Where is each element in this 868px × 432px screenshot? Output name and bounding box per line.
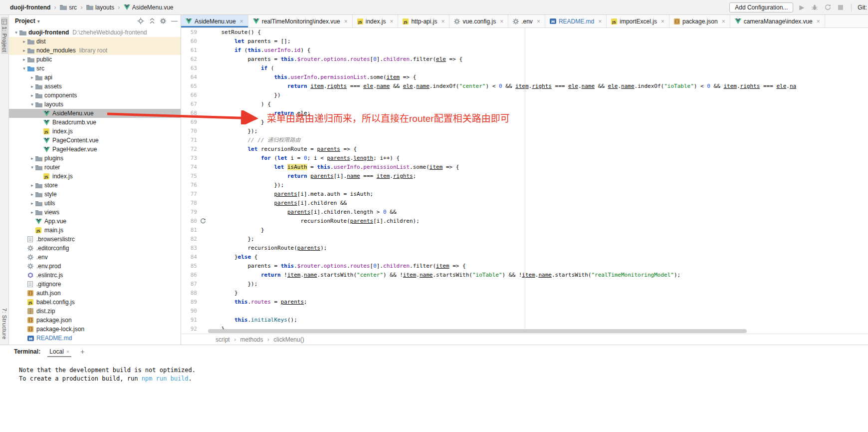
- tree-item[interactable]: .gitignore: [9, 280, 181, 289]
- stop-icon[interactable]: [836, 3, 845, 12]
- line-number[interactable]: 78: [181, 199, 200, 208]
- line-number[interactable]: 88: [181, 289, 200, 298]
- line-number[interactable]: 68: [181, 109, 200, 118]
- tree-item[interactable]: ▸plugins: [9, 154, 181, 163]
- chevron-right-icon[interactable]: ▸: [29, 75, 35, 80]
- tree-item[interactable]: ▸utils: [9, 199, 181, 208]
- tree-item[interactable]: .browserslistrc: [9, 235, 181, 244]
- editor-tab[interactable]: vue.config.js×: [449, 15, 508, 27]
- scrollbar-thumb[interactable]: [208, 329, 747, 333]
- locate-file-icon[interactable]: [137, 17, 144, 24]
- editor-tab[interactable]: MREADME.md×: [545, 15, 607, 27]
- hide-panel-icon[interactable]: —: [171, 18, 178, 23]
- close-icon[interactable]: ×: [722, 18, 725, 25]
- tree-item[interactable]: {}package.json: [9, 316, 181, 325]
- add-configuration-button[interactable]: Add Configuration...: [729, 2, 793, 12]
- chevron-right-icon[interactable]: ▸: [29, 183, 35, 188]
- chevron-down-icon[interactable]: ▾: [21, 66, 27, 71]
- chevron-right-icon[interactable]: ▸: [29, 93, 35, 98]
- editor-tab[interactable]: JShttp-api.js×: [398, 15, 449, 27]
- breadcrumb-item[interactable]: clickMenu(): [273, 336, 304, 343]
- tree-item[interactable]: .eslintrc.js: [9, 271, 181, 280]
- tree-item[interactable]: ▸dist: [9, 37, 181, 46]
- chevron-down-icon[interactable]: ▾: [29, 165, 35, 170]
- breadcrumb-item[interactable]: script: [216, 336, 230, 343]
- tree-item[interactable]: ▸node_moduleslibrary root: [9, 46, 181, 55]
- tree-item[interactable]: ▾router: [9, 163, 181, 172]
- chevron-right-icon[interactable]: ▸: [21, 57, 27, 62]
- close-icon[interactable]: ×: [598, 18, 602, 25]
- tree-item[interactable]: .editorconfig: [9, 244, 181, 253]
- chevron-down-icon[interactable]: ▾: [29, 102, 35, 107]
- breadcrumb-item[interactable]: methods: [240, 336, 263, 343]
- chevron-right-icon[interactable]: ▸: [29, 210, 35, 215]
- editor-tab[interactable]: .env×: [508, 15, 545, 27]
- chevron-right-icon[interactable]: ▸: [29, 84, 35, 89]
- tree-item[interactable]: .env.prod: [9, 262, 181, 271]
- tree-item[interactable]: ▸public: [9, 55, 181, 64]
- terminal-output[interactable]: Note that the development build is not o…: [0, 358, 868, 432]
- tree-item[interactable]: ▾layouts: [9, 100, 181, 109]
- line-number[interactable]: 92: [181, 325, 200, 334]
- chevron-right-icon[interactable]: ▸: [29, 156, 35, 161]
- recursion-icon[interactable]: [200, 217, 208, 226]
- close-icon[interactable]: ×: [661, 18, 664, 25]
- line-number[interactable]: 64: [181, 73, 200, 82]
- line-number[interactable]: 70: [181, 127, 200, 136]
- horizontal-scrollbar[interactable]: [208, 329, 868, 334]
- tree-item[interactable]: App.vue: [9, 217, 181, 226]
- line-number[interactable]: 60: [181, 37, 200, 46]
- tree-item[interactable]: dist.zip: [9, 307, 181, 316]
- tree-item[interactable]: JSindex.js: [9, 127, 181, 136]
- editor-tab[interactable]: AsideMenu.vue×: [181, 15, 248, 27]
- tree-item[interactable]: ▸assets: [9, 82, 181, 91]
- editor-tab[interactable]: JSindex.js×: [353, 15, 399, 27]
- chevron-right-icon[interactable]: ▸: [21, 39, 27, 44]
- line-number[interactable]: 73: [181, 154, 200, 163]
- tree-item[interactable]: ▸api: [9, 73, 181, 82]
- project-tool-button[interactable]: 1: Project: [1, 17, 8, 54]
- line-number[interactable]: 63: [181, 64, 200, 73]
- tree-item[interactable]: {}package-lock.json: [9, 325, 181, 334]
- editor-tab[interactable]: realTimeMonitoring\index.vue×: [248, 15, 353, 27]
- line-number[interactable]: 85: [181, 262, 200, 271]
- close-icon[interactable]: ×: [344, 18, 348, 25]
- chevron-right-icon[interactable]: ▸: [29, 192, 35, 197]
- tree-item[interactable]: Breadcrumb.vue: [9, 118, 181, 127]
- line-number[interactable]: 69: [181, 118, 200, 127]
- line-number[interactable]: 89: [181, 298, 200, 307]
- debug-icon[interactable]: [810, 3, 819, 12]
- close-icon[interactable]: ×: [500, 18, 503, 25]
- close-icon[interactable]: ×: [441, 18, 444, 25]
- structure-tool-button[interactable]: 7: Structure: [1, 306, 8, 342]
- close-icon[interactable]: ×: [817, 18, 820, 25]
- collapse-all-icon[interactable]: [149, 18, 155, 24]
- line-number[interactable]: 72: [181, 145, 200, 154]
- settings-gear-icon[interactable]: [160, 18, 166, 24]
- close-icon[interactable]: ×: [240, 18, 243, 25]
- tree-item[interactable]: JSmain.js: [9, 226, 181, 235]
- line-number[interactable]: 91: [181, 316, 200, 325]
- close-icon[interactable]: ×: [66, 349, 69, 355]
- tree-item[interactable]: {}auth.json: [9, 289, 181, 298]
- line-number[interactable]: 77: [181, 190, 200, 199]
- tree-item[interactable]: ▸components: [9, 91, 181, 100]
- line-number[interactable]: 62: [181, 55, 200, 64]
- code-editor[interactable]: 59 setRoute() {60 let parents = [];61 if…: [181, 28, 868, 334]
- run-icon[interactable]: ▶: [797, 3, 806, 12]
- tree-item[interactable]: ▾duoji-frontendD:\zheheWeb\duoji-fronten…: [9, 28, 181, 37]
- line-number[interactable]: 80: [181, 217, 200, 226]
- line-number[interactable]: 84: [181, 253, 200, 262]
- tree-item[interactable]: AsideMenu.vue: [9, 109, 181, 118]
- tree-item[interactable]: ▸store: [9, 181, 181, 190]
- tree-item[interactable]: PageContent.vue: [9, 136, 181, 145]
- git-label[interactable]: Git:: [858, 4, 867, 11]
- tree-item[interactable]: MREADME.md: [9, 334, 181, 343]
- line-number[interactable]: 83: [181, 244, 200, 253]
- chevron-down-icon[interactable]: ▾: [13, 30, 19, 35]
- line-number[interactable]: 86: [181, 271, 200, 280]
- line-number[interactable]: 75: [181, 172, 200, 181]
- tree-item[interactable]: .env: [9, 253, 181, 262]
- terminal-tab-local[interactable]: Local ×: [47, 347, 71, 357]
- close-icon[interactable]: ×: [537, 18, 540, 25]
